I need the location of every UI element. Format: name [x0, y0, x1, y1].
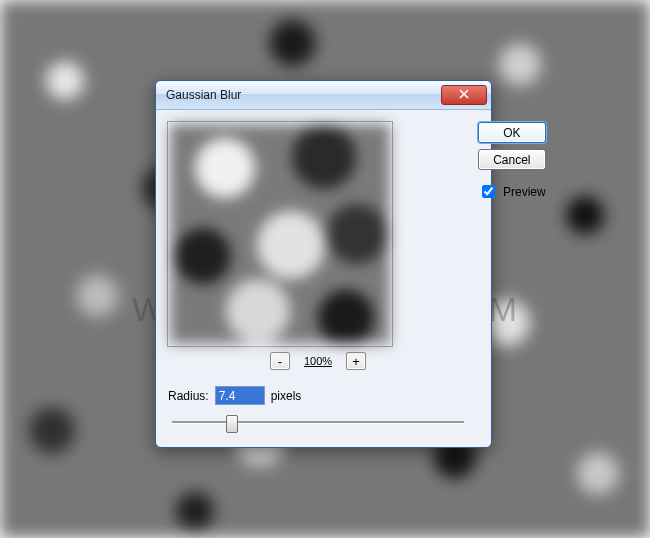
radius-label: Radius: [168, 389, 209, 403]
slider-track [172, 421, 464, 424]
preview-frame [168, 122, 392, 346]
preview-checkbox-label: Preview [503, 185, 546, 199]
cancel-button[interactable]: Cancel [478, 149, 546, 170]
zoom-in-button[interactable]: + [346, 352, 366, 370]
minus-icon: - [278, 355, 282, 368]
dialog-titlebar[interactable]: Gaussian Blur [156, 81, 491, 110]
zoom-out-button[interactable]: - [270, 352, 290, 370]
plus-icon: + [352, 355, 360, 368]
ok-button[interactable]: OK [478, 122, 546, 143]
preview-image[interactable] [169, 123, 391, 345]
close-button[interactable] [441, 85, 487, 105]
close-icon [459, 88, 469, 102]
preview-checkbox[interactable] [482, 185, 495, 198]
dialog-title: Gaussian Blur [166, 88, 439, 102]
slider-thumb[interactable] [226, 415, 238, 433]
preview-checkbox-row[interactable]: Preview [478, 182, 546, 201]
gaussian-blur-dialog: Gaussian Blur - 100% + Radius: [155, 80, 492, 448]
radius-unit: pixels [271, 389, 302, 403]
zoom-level: 100% [300, 355, 336, 367]
radius-slider[interactable] [168, 413, 468, 433]
radius-input[interactable] [215, 386, 265, 405]
